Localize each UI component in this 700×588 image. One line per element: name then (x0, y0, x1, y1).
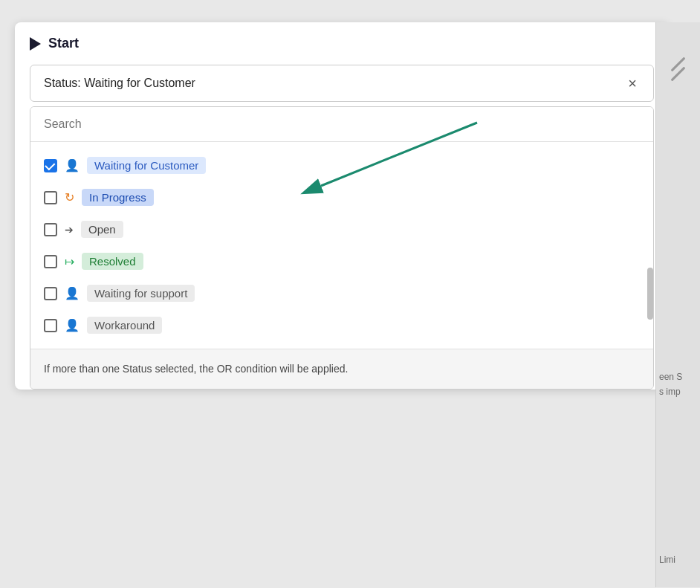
checkbox-resolved[interactable] (44, 255, 57, 268)
option-waiting-for-customer[interactable]: 👤 Waiting for Customer (30, 149, 653, 181)
checkbox-open[interactable] (44, 223, 57, 236)
right-text-2: s imp (659, 387, 681, 397)
options-list: 👤 Waiting for Customer ↻ In Progress ➔ O… (30, 142, 653, 349)
option-waiting-for-support[interactable]: 👤 Waiting for support (30, 277, 653, 309)
badge-workaround: Workaround (87, 317, 162, 334)
right-text-3: Limi (659, 555, 675, 565)
right-text-1: een S (659, 372, 682, 382)
right-panel-icons (656, 22, 700, 75)
badge-open: Open (81, 221, 123, 238)
checkbox-waiting-for-customer[interactable] (44, 159, 57, 172)
option-workaround[interactable]: 👤 Workaround (30, 309, 653, 341)
footer-note-text: If more than one Status selected, the OR… (44, 363, 348, 375)
badge-waiting-for-support: Waiting for support (87, 285, 195, 302)
search-input[interactable] (30, 107, 653, 142)
option-resolved[interactable]: ↦ Resolved (30, 245, 653, 277)
close-button[interactable]: × (625, 76, 640, 91)
dropdown-panel: 👤 Waiting for Customer ↻ In Progress ➔ O… (30, 106, 654, 390)
spin-icon: ↻ (65, 190, 74, 204)
status-filter-label: Status: Waiting for Customer (44, 77, 195, 90)
page-wrapper: Start Status: Waiting for Customer × 👤 W… (0, 0, 700, 588)
person-arrows-icon: ↦ (65, 254, 74, 268)
main-panel: Start Status: Waiting for Customer × 👤 W… (15, 22, 669, 390)
arrow-icon: ➔ (65, 224, 74, 236)
checkbox-in-progress[interactable] (44, 191, 57, 204)
start-label: Start (48, 36, 79, 51)
checkbox-waiting-for-support[interactable] (44, 287, 57, 300)
person-icon-2: 👤 (65, 286, 80, 300)
option-open[interactable]: ➔ Open (30, 213, 653, 245)
badge-resolved: Resolved (82, 253, 143, 270)
badge-in-progress: In Progress (82, 189, 154, 206)
person-icon-1: 👤 (65, 158, 80, 172)
right-panel: een S s imp Limi (655, 22, 700, 587)
badge-waiting-for-customer: Waiting for Customer (87, 157, 206, 174)
option-in-progress[interactable]: ↻ In Progress (30, 181, 653, 213)
status-filter-bar: Status: Waiting for Customer × (30, 65, 654, 102)
footer-note: If more than one Status selected, the OR… (30, 349, 653, 389)
person-icon-3: 👤 (65, 318, 80, 332)
checkbox-workaround[interactable] (44, 319, 57, 332)
play-icon (30, 37, 41, 51)
scrollbar-thumb[interactable] (647, 268, 653, 320)
start-header: Start (15, 22, 669, 65)
